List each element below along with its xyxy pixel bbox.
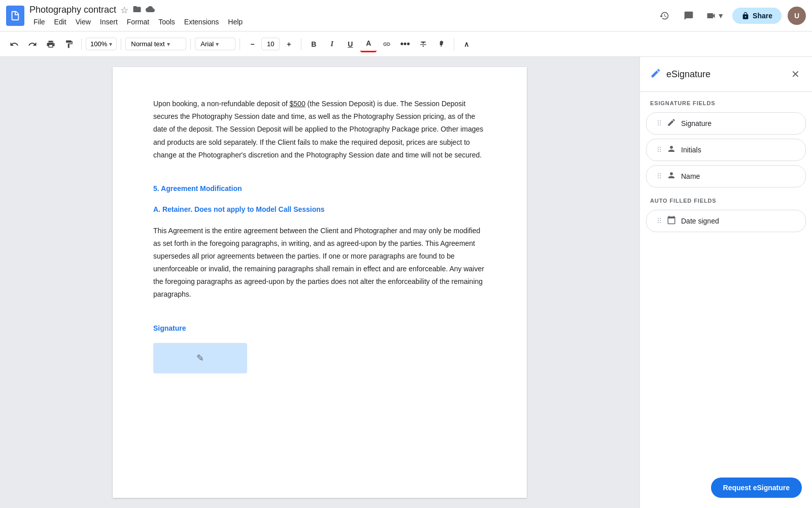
date-signed-field[interactable]: ⠿ Date signed <box>646 210 806 232</box>
font-size-area: − + <box>244 36 297 52</box>
zoom-chevron-icon: ▾ <box>109 41 112 48</box>
menu-view[interactable]: View <box>72 17 95 27</box>
bold-button[interactable]: B <box>306 36 322 52</box>
name-field-icon <box>667 171 676 182</box>
style-chevron-icon: ▾ <box>167 41 170 48</box>
esignature-panel: eSignature ✕ ESIGNATURE FIELDS ⠿ Signatu… <box>639 57 812 508</box>
esig-pen-icon <box>650 68 661 81</box>
esig-fields-label: ESIGNATURE FIELDS <box>640 92 812 110</box>
cloud-icon[interactable] <box>146 5 155 16</box>
font-size-increase-button[interactable]: + <box>281 36 297 52</box>
agreement-paragraph: This Agreement is the entire agreement b… <box>153 225 486 301</box>
font-size-decrease-button[interactable]: − <box>244 36 260 52</box>
request-esignature-button[interactable]: Request eSignature <box>711 478 802 498</box>
divider-6 <box>454 38 454 50</box>
date-signed-icon <box>667 215 676 227</box>
esig-title-area: eSignature <box>650 68 710 81</box>
initials-drag-handle: ⠿ <box>657 146 662 154</box>
deposit-amount: $500 <box>290 100 306 108</box>
title-area: Photography contract ☆ File Edit View In… <box>29 5 247 27</box>
more-options-button[interactable]: ••• <box>397 36 413 52</box>
doc-page: Upon booking, a non-refundable deposit o… <box>113 67 527 498</box>
history-button[interactable] <box>655 7 673 25</box>
name-drag-handle: ⠿ <box>657 172 662 180</box>
divider-3 <box>190 38 191 50</box>
menu-tools[interactable]: Tools <box>154 17 179 27</box>
comments-button[interactable] <box>680 7 698 25</box>
signature-box[interactable]: ✎ <box>153 343 247 373</box>
section5-heading: 5. Agreement Modification <box>153 182 486 195</box>
menu-help[interactable]: Help <box>224 17 247 27</box>
divider-5 <box>301 38 301 50</box>
divider-1 <box>81 38 82 50</box>
menu-insert[interactable]: Insert <box>96 17 122 27</box>
top-bar: Photography contract ☆ File Edit View In… <box>0 0 812 31</box>
main-area: Upon booking, a non-refundable deposit o… <box>0 57 812 508</box>
body-paragraph: Upon booking, a non-refundable deposit o… <box>153 98 486 162</box>
date-signed-drag-handle: ⠿ <box>657 217 662 225</box>
meet-chevron-icon: ▼ <box>717 12 724 20</box>
menu-file[interactable]: File <box>29 17 49 27</box>
highlight-button[interactable] <box>433 36 450 52</box>
top-bar-right: ▼ Share U <box>655 7 806 25</box>
collapse-toolbar-button[interactable]: ∧ <box>458 36 475 52</box>
name-field-label: Name <box>681 172 700 180</box>
menu-bar: File Edit View Insert Format Tools Exten… <box>29 17 247 27</box>
meet-area: ▼ <box>704 7 726 25</box>
font-select[interactable]: Arial ▾ <box>195 38 235 50</box>
divider-2 <box>121 38 121 50</box>
style-select[interactable]: Normal text ▾ <box>125 38 186 50</box>
star-icon[interactable]: ☆ <box>120 5 128 16</box>
font-size-input[interactable] <box>261 38 280 50</box>
doc-icon <box>6 6 24 26</box>
signature-pen-icon: ✎ <box>196 350 204 366</box>
esig-title: eSignature <box>666 69 710 80</box>
signature-field[interactable]: ⠿ Signature <box>646 112 806 135</box>
divider-4 <box>240 38 240 50</box>
zoom-value: 100% <box>90 40 107 48</box>
print-button[interactable] <box>43 36 59 52</box>
meet-button[interactable]: ▼ <box>704 7 726 25</box>
signature-field-label: Signature <box>681 119 712 128</box>
menu-edit[interactable]: Edit <box>50 17 71 27</box>
menu-format[interactable]: Format <box>123 17 153 27</box>
esig-header: eSignature ✕ <box>640 57 812 92</box>
initials-field-icon <box>667 144 676 155</box>
underline-button[interactable]: U <box>342 36 358 52</box>
doc-text: Upon booking, a non-refundable deposit o… <box>153 98 486 373</box>
title-icons: ☆ <box>120 5 155 16</box>
menu-extensions[interactable]: Extensions <box>180 17 223 27</box>
signature-field-icon <box>667 118 676 129</box>
strikethrough-button[interactable] <box>415 36 431 52</box>
toolbar: 100% ▾ Normal text ▾ Arial ▾ − + B I U A… <box>0 31 812 57</box>
initials-field-label: Initials <box>681 146 701 154</box>
font-chevron-icon: ▾ <box>216 41 219 48</box>
sectionA-heading: A. Retainer. Does not apply to Model Cal… <box>153 203 486 216</box>
share-button[interactable]: Share <box>732 8 782 24</box>
folder-icon[interactable] <box>132 5 142 16</box>
font-value: Arial <box>200 40 214 48</box>
doc-area: Upon booking, a non-refundable deposit o… <box>0 57 639 508</box>
italic-button[interactable]: I <box>324 36 340 52</box>
auto-filled-label: AUTO FILLED FIELDS <box>640 189 812 208</box>
zoom-select[interactable]: 100% ▾ <box>86 38 117 50</box>
doc-title: Photography contract <box>29 5 116 15</box>
initials-field[interactable]: ⠿ Initials <box>646 139 806 161</box>
signature-section-label: Signature <box>153 322 486 335</box>
signature-drag-handle: ⠿ <box>657 119 662 128</box>
redo-button[interactable] <box>24 36 41 52</box>
paint-format-button[interactable] <box>61 36 77 52</box>
name-field[interactable]: ⠿ Name <box>646 165 806 187</box>
share-label: Share <box>753 12 772 20</box>
date-signed-label: Date signed <box>681 217 719 225</box>
text-color-button[interactable]: A <box>360 36 377 52</box>
esig-close-button[interactable]: ✕ <box>789 66 802 82</box>
link-button[interactable] <box>379 36 395 52</box>
avatar[interactable]: U <box>788 7 806 25</box>
undo-button[interactable] <box>6 36 22 52</box>
esig-panel-footer: Request eSignature <box>640 467 812 508</box>
style-value: Normal text <box>131 40 164 48</box>
